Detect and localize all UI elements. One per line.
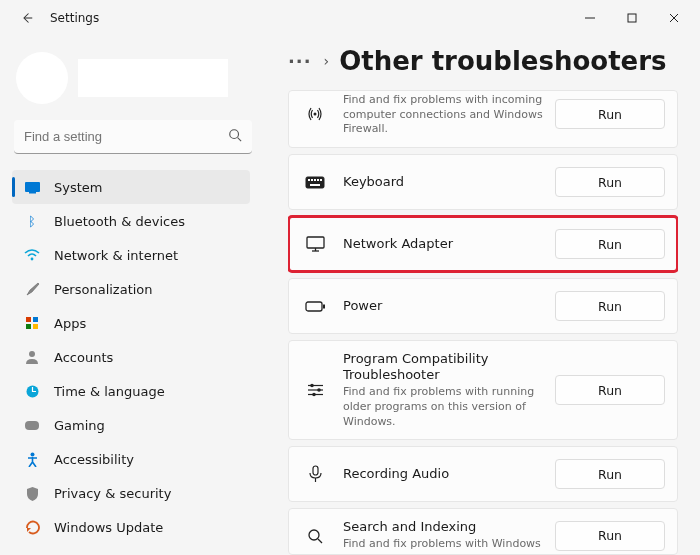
sidebar-item-apps[interactable]: Apps [12,306,250,340]
search-input[interactable] [24,129,228,144]
main-content: ··· › Other troubleshooters Incoming Con… [268,36,700,555]
card-description: Find and fix problems with Windows [343,537,555,552]
svg-line-37 [318,539,322,543]
sidebar-item-privacy-security[interactable]: Privacy & security [12,476,250,510]
troubleshooter-card: Program Compatibility TroubleshooterFind… [288,340,678,440]
card-text: Program Compatibility TroubleshooterFind… [343,351,555,430]
close-button[interactable] [654,4,694,32]
card-text: Network Adapter [343,236,555,252]
search-icon [228,128,242,145]
troubleshooter-list: Incoming ConnectionsFind and fix problem… [288,90,678,555]
minimize-button[interactable] [570,4,610,32]
bluetooth-icon: ᛒ [28,214,36,229]
svg-point-33 [312,393,316,397]
sidebar-item-bluetooth-devices[interactable]: ᛒBluetooth & devices [12,204,250,238]
maximize-button[interactable] [612,4,652,32]
profile-area[interactable] [16,52,264,104]
sidebar: SystemᛒBluetooth & devicesNetwork & inte… [0,36,268,555]
card-description: Find and fix problems with incoming comp… [343,93,555,138]
svg-rect-22 [310,184,320,186]
breadcrumb: ··· › Other troubleshooters [288,46,678,76]
run-button[interactable]: Run [555,521,665,551]
card-description: Find and fix problems with running older… [343,385,555,430]
run-button[interactable]: Run [555,167,665,197]
maximize-icon [627,13,637,23]
system-icon [24,181,41,194]
sliders-icon [303,383,327,397]
sidebar-item-label: Windows Update [54,520,163,535]
card-title: Recording Audio [343,466,555,482]
battery-icon [303,301,327,312]
troubleshooter-card: Search and IndexingFind and fix problems… [288,508,678,555]
wifi-icon [24,249,40,261]
sidebar-item-personalization[interactable]: Personalization [12,272,250,306]
sidebar-item-label: Gaming [54,418,105,433]
card-title: Keyboard [343,174,555,190]
svg-rect-26 [306,302,322,311]
update-icon [25,520,40,535]
globe-clock-icon [25,384,40,399]
antenna-icon [303,106,327,122]
sidebar-item-network-internet[interactable]: Network & internet [12,238,250,272]
search-box[interactable] [14,120,252,154]
svg-rect-34 [313,466,318,475]
card-title: Network Adapter [343,236,555,252]
svg-rect-5 [29,192,36,194]
card-text: Incoming ConnectionsFind and fix problem… [343,91,555,138]
troubleshooter-card: Incoming ConnectionsFind and fix problem… [288,90,678,148]
run-button[interactable]: Run [555,99,665,129]
svg-point-11 [29,351,35,357]
sidebar-item-gaming[interactable]: Gaming [12,408,250,442]
svg-rect-9 [26,324,31,329]
svg-rect-18 [311,179,313,181]
card-title: Program Compatibility Troubleshooter [343,351,555,384]
svg-point-31 [317,388,321,392]
sidebar-item-label: Accounts [54,350,113,365]
svg-rect-16 [306,177,324,188]
close-icon [669,13,679,23]
gamepad-icon [24,420,40,431]
sidebar-item-system[interactable]: System [12,170,250,204]
svg-rect-10 [33,324,38,329]
microphone-icon [303,465,327,483]
svg-point-14 [30,452,34,456]
minimize-icon [585,13,595,23]
page-title: Other troubleshooters [339,46,666,76]
svg-rect-4 [25,182,40,192]
sidebar-item-label: Bluetooth & devices [54,214,185,229]
nav-list: SystemᛒBluetooth & devicesNetwork & inte… [12,170,268,544]
troubleshooter-card: PowerRun [288,278,678,334]
sidebar-item-time-language[interactable]: Time & language [12,374,250,408]
troubleshooter-card: KeyboardRun [288,154,678,210]
svg-point-15 [314,113,317,116]
chevron-right-icon: › [324,53,330,69]
svg-line-3 [238,138,242,142]
sidebar-item-windows-update[interactable]: Windows Update [12,510,250,544]
sidebar-item-label: System [54,180,102,195]
back-button[interactable] [14,5,40,31]
card-text: Recording Audio [343,466,555,482]
svg-rect-27 [323,304,325,308]
svg-point-2 [230,130,239,139]
shield-icon [26,486,39,501]
run-button[interactable]: Run [555,375,665,405]
titlebar: Settings [0,0,700,36]
svg-rect-23 [307,237,324,248]
profile-info [78,59,228,97]
keyboard-icon [303,176,327,189]
sidebar-item-accessibility[interactable]: Accessibility [12,442,250,476]
apps-icon [25,316,39,330]
accessibility-icon [26,452,39,467]
sidebar-item-accounts[interactable]: Accounts [12,340,250,374]
sidebar-item-label: Privacy & security [54,486,171,501]
more-icon[interactable]: ··· [288,51,312,72]
troubleshooter-card: Network AdapterRun [288,216,678,272]
run-button[interactable]: Run [555,229,665,259]
run-button[interactable]: Run [555,459,665,489]
troubleshooter-card: Recording AudioRun [288,446,678,502]
card-title: Power [343,298,555,314]
svg-rect-20 [317,179,319,181]
card-text: Power [343,298,555,314]
run-button[interactable]: Run [555,291,665,321]
monitor-icon [303,236,327,252]
